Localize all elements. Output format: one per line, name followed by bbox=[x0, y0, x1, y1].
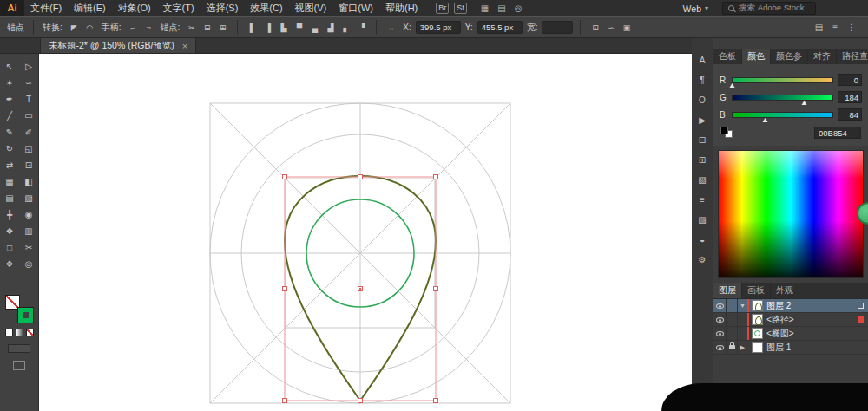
lock-toggle[interactable] bbox=[727, 327, 738, 340]
tab-color[interactable]: 颜色 bbox=[742, 49, 771, 64]
align-v-middle-button[interactable]: ▄ bbox=[307, 20, 322, 35]
pathfinder-panel-icon[interactable]: ▧ bbox=[695, 173, 710, 187]
share-icon[interactable]: ▤ bbox=[497, 3, 505, 13]
blue-slider-thumb[interactable] bbox=[762, 118, 767, 122]
workspace-switcher[interactable]: Web ▾ bbox=[683, 3, 708, 14]
gradient-button[interactable] bbox=[16, 329, 23, 336]
selection-indicator[interactable] bbox=[858, 316, 864, 323]
handle-mid-right[interactable] bbox=[434, 287, 438, 291]
width-input[interactable] bbox=[542, 21, 573, 34]
layer-thumbnail[interactable] bbox=[752, 314, 763, 325]
menu-item[interactable]: 对象(O) bbox=[112, 0, 157, 16]
convert-to-smooth-button[interactable]: ◠ bbox=[82, 20, 97, 35]
menu-item[interactable]: 视图(V) bbox=[289, 0, 333, 16]
zoom-level-icon[interactable]: ◎ bbox=[515, 3, 523, 13]
menu-item[interactable]: 文字(T) bbox=[157, 0, 201, 16]
handle-top-left[interactable] bbox=[283, 175, 287, 179]
menu-item[interactable]: 窗口(W) bbox=[332, 0, 379, 16]
align-bottom-button[interactable]: ▟ bbox=[323, 20, 338, 35]
tab-appearance[interactable]: 外观 bbox=[771, 283, 799, 298]
align-top-button[interactable]: ▀ bbox=[292, 20, 306, 35]
more-options-icon[interactable]: ⋮ bbox=[847, 23, 856, 32]
zoom-tool[interactable]: ◎ bbox=[19, 256, 38, 272]
visibility-toggle[interactable] bbox=[713, 327, 727, 340]
tab-color-guide[interactable]: 颜色参 bbox=[771, 49, 808, 64]
convert-to-corner-button[interactable]: ◤ bbox=[67, 20, 82, 35]
tab-layers[interactable]: 图层 bbox=[713, 283, 742, 298]
layer-label[interactable]: <路径> bbox=[766, 314, 794, 326]
align-h-center-button[interactable]: ▐ bbox=[260, 20, 275, 35]
draw-mode-button[interactable] bbox=[8, 344, 30, 353]
blue-value-input[interactable]: 84 bbox=[838, 108, 862, 121]
tab-pathfinder[interactable]: 路径查 bbox=[837, 49, 868, 64]
bar-menu-icon[interactable]: ≡ bbox=[832, 23, 838, 32]
blend-tool[interactable]: ◉ bbox=[19, 206, 38, 223]
screen-mode-button[interactable] bbox=[13, 361, 25, 370]
green-value-input[interactable]: 184 bbox=[838, 91, 862, 103]
handle-top-right[interactable] bbox=[434, 175, 438, 179]
type-tool[interactable]: T bbox=[19, 91, 38, 108]
symbols-panel-icon[interactable]: ⚙ bbox=[695, 253, 710, 267]
layer-label[interactable]: <椭圆> bbox=[766, 328, 794, 340]
opentype-panel-icon[interactable]: O bbox=[695, 94, 710, 108]
symbol-sprayer-tool[interactable]: ❖ bbox=[0, 223, 19, 239]
distribute-spacing-icon[interactable]: ↔ bbox=[384, 20, 398, 35]
tab-swatches[interactable]: 色板 bbox=[713, 49, 742, 64]
red-slider-thumb[interactable] bbox=[730, 83, 735, 88]
handle-mid-left[interactable] bbox=[283, 287, 287, 291]
stroke-swatch[interactable] bbox=[18, 308, 33, 323]
menu-item[interactable]: 帮助(H) bbox=[379, 0, 424, 16]
menu-item[interactable]: 效果(C) bbox=[244, 0, 288, 16]
pen-tool[interactable]: ✒ bbox=[0, 91, 19, 108]
lock-toggle[interactable] bbox=[727, 299, 738, 312]
color-button[interactable] bbox=[5, 329, 13, 336]
rectangle-tool[interactable]: ▭ bbox=[19, 108, 38, 124]
connect-path-button[interactable]: ⊞ bbox=[215, 20, 230, 35]
canvas-drawing[interactable] bbox=[39, 54, 692, 411]
isolate-selection-icon[interactable]: ▣ bbox=[619, 20, 634, 35]
magic-wand-tool[interactable]: ✶ bbox=[0, 75, 19, 91]
visibility-toggle[interactable] bbox=[713, 313, 727, 326]
direct-selection-tool[interactable]: ▷ bbox=[19, 58, 38, 75]
actions-panel-icon[interactable]: ▶ bbox=[695, 114, 710, 127]
handle-bottom-left[interactable] bbox=[283, 399, 287, 403]
handle-bottom-right[interactable] bbox=[434, 399, 438, 403]
rotate-tool[interactable]: ↻ bbox=[0, 140, 19, 157]
layer-label[interactable]: 图层 2 bbox=[766, 300, 791, 312]
selection-tool[interactable]: ↖ bbox=[0, 58, 19, 75]
layer-label[interactable]: 图层 1 bbox=[766, 342, 791, 354]
free-transform-tool[interactable]: ⊡ bbox=[19, 157, 38, 173]
lock-toggle[interactable] bbox=[727, 313, 738, 326]
green-slider-thumb[interactable] bbox=[801, 101, 806, 105]
layer-row-ellipse[interactable]: <椭圆> bbox=[713, 327, 868, 341]
layer-thumbnail[interactable] bbox=[752, 328, 763, 339]
artboard-tool[interactable]: □ bbox=[0, 239, 19, 256]
black-swatch[interactable] bbox=[720, 127, 728, 134]
color-spectrum[interactable] bbox=[718, 150, 864, 278]
layer-row-path[interactable]: <路径> bbox=[713, 313, 868, 327]
show-handles-button[interactable]: ⌐ bbox=[126, 20, 141, 35]
green-slider[interactable] bbox=[732, 95, 833, 101]
stock-search-input[interactable]: 搜索 Adobe Stock bbox=[722, 2, 816, 15]
dock-toggle-icon[interactable]: ▤ bbox=[815, 23, 823, 32]
hex-value-input[interactable]: 00B854 bbox=[814, 127, 861, 139]
artboard[interactable] bbox=[39, 54, 692, 411]
stock-badge[interactable]: St bbox=[454, 3, 467, 14]
visibility-toggle[interactable] bbox=[713, 299, 727, 312]
red-slider[interactable] bbox=[732, 77, 833, 83]
width-tool[interactable]: ⇄ bbox=[0, 157, 19, 173]
gradient-tool[interactable]: ▨ bbox=[19, 190, 38, 206]
align-left-button[interactable]: ▌ bbox=[245, 20, 260, 35]
x-input[interactable]: 399.5 px bbox=[416, 21, 461, 34]
menu-item[interactable]: 文件(F) bbox=[24, 0, 68, 16]
scale-tool[interactable]: ◱ bbox=[19, 140, 38, 157]
column-graph-tool[interactable]: ▥ bbox=[19, 223, 38, 239]
transform-panel-icon[interactable]: ⊞ bbox=[695, 153, 710, 167]
eyedropper-tool[interactable]: ╋ bbox=[0, 206, 19, 223]
menu-item[interactable]: 选择(S) bbox=[201, 0, 245, 16]
handle-top-center[interactable] bbox=[358, 175, 363, 179]
distribute-v-button[interactable]: ▝ bbox=[354, 20, 369, 35]
shape-builder-tool[interactable]: ▦ bbox=[0, 173, 19, 190]
black-white-swatches[interactable] bbox=[720, 127, 734, 139]
lock-toggle[interactable] bbox=[727, 341, 738, 354]
